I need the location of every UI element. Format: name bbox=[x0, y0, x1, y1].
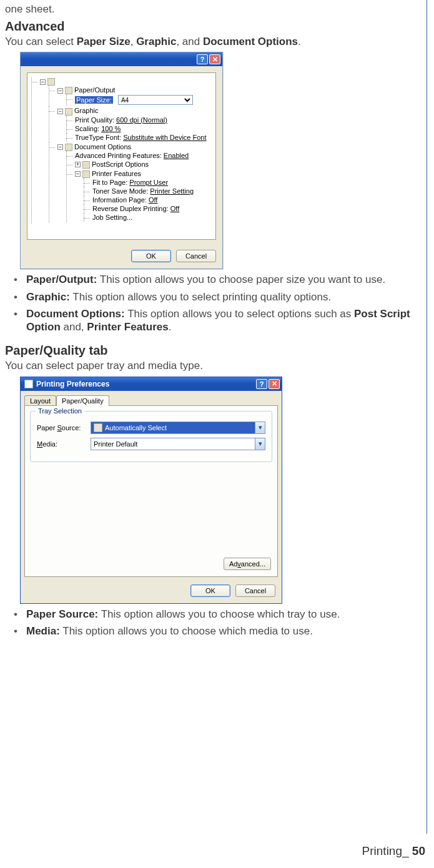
value: Substitute with Device Font bbox=[123, 134, 206, 141]
list-item: Document Options: This option allows you… bbox=[10, 307, 422, 334]
list-item: Graphic: This option allows you to selec… bbox=[10, 290, 422, 303]
tree-paper-size-row[interactable]: Paper Size: A4 bbox=[75, 95, 213, 105]
text: You can select bbox=[5, 36, 77, 47]
expand-icon[interactable]: + bbox=[75, 162, 81, 167]
advanced-options-dialog: ? ✕ − −Paper/Output Pa bbox=[20, 52, 223, 269]
advanced-button[interactable]: Advanced... bbox=[224, 558, 271, 570]
label: Reverse Duplex Printing: bbox=[92, 205, 170, 212]
page-number: 50 bbox=[409, 844, 425, 857]
text-bold: Graphic bbox=[136, 36, 176, 47]
tree-apf[interactable]: Advanced Printing Features: Enabled bbox=[66, 151, 213, 160]
paper-size-select[interactable]: A4 bbox=[118, 95, 193, 105]
value: Off bbox=[170, 205, 179, 212]
collapse-icon[interactable]: − bbox=[75, 171, 81, 177]
tree-panel: − −Paper/Output Paper Size: A4 bbox=[27, 72, 216, 240]
advanced-intro: You can select Paper Size, Graphic, and … bbox=[5, 35, 422, 48]
term: Paper Source: bbox=[26, 608, 98, 620]
ps-icon bbox=[47, 78, 55, 86]
ok-button[interactable]: OK bbox=[190, 584, 230, 597]
close-button[interactable]: ✕ bbox=[209, 54, 220, 64]
list-item: Paper Source: This option allows you to … bbox=[10, 608, 422, 621]
tab-paper-quality[interactable]: Paper/Quality bbox=[56, 395, 109, 406]
group-legend: Tray Selection bbox=[36, 407, 84, 415]
collapse-icon[interactable]: − bbox=[40, 79, 46, 85]
tree-print-quality[interactable]: Print Quality: 600 dpi (Normal) bbox=[66, 116, 213, 124]
label: Advanced Printing Features: bbox=[75, 152, 164, 159]
tree-document-options[interactable]: Document Options bbox=[74, 143, 131, 150]
tree-info-page[interactable]: Information Page: Off bbox=[84, 195, 213, 204]
printer-icon bbox=[24, 380, 33, 388]
text-bold: Document Options bbox=[203, 36, 298, 47]
button-row: OK Cancel bbox=[21, 581, 282, 603]
titlebar: Printing Preferences ? ✕ bbox=[21, 377, 282, 391]
tray-selection-group: Tray Selection Paper Source: Automatical… bbox=[30, 411, 272, 462]
tree-graphic[interactable]: Graphic bbox=[74, 107, 99, 114]
printing-preferences-dialog: Printing Preferences ? ✕ Layout Paper/Qu… bbox=[20, 377, 282, 604]
tree-truetype[interactable]: TrueType Font: Substitute with Device Fo… bbox=[66, 133, 213, 142]
tree-job-setting[interactable]: Job Setting... bbox=[84, 213, 213, 222]
term: Printer Features bbox=[87, 321, 168, 333]
desc: . bbox=[169, 321, 172, 333]
media-combo[interactable]: Printer Default ▾ bbox=[91, 438, 265, 450]
tab-layout[interactable]: Layout bbox=[24, 395, 56, 406]
tree-fit-to-page[interactable]: Fit to Page: Prompt User bbox=[84, 178, 213, 187]
collapse-icon[interactable]: − bbox=[57, 109, 63, 114]
value: Printer Setting bbox=[150, 187, 194, 195]
tree-scaling[interactable]: Scaling: 100 % bbox=[66, 124, 213, 133]
tree-ps-options[interactable]: +PostScript Options bbox=[66, 160, 213, 169]
tab-body: Tray Selection Paper Source: Automatical… bbox=[24, 405, 278, 577]
collapse-icon[interactable]: − bbox=[57, 88, 63, 94]
cancel-button[interactable]: Cancel bbox=[235, 584, 275, 597]
help-button[interactable]: ? bbox=[197, 54, 208, 64]
cancel-button[interactable]: Cancel bbox=[176, 250, 216, 262]
label: Toner Save Mode: bbox=[92, 187, 150, 195]
help-button[interactable]: ? bbox=[256, 379, 267, 389]
section-name: Printing_ bbox=[362, 844, 409, 857]
label: TrueType Font: bbox=[75, 134, 123, 141]
label: Information Page: bbox=[92, 196, 149, 204]
pq-intro: You can select paper tray and media type… bbox=[5, 359, 422, 372]
term: Document Options: bbox=[26, 308, 125, 320]
text: . bbox=[298, 36, 301, 47]
folder-icon bbox=[82, 161, 90, 169]
paper-source-combo[interactable]: Automatically Select ▾ bbox=[91, 422, 265, 434]
term: Paper/Output: bbox=[26, 274, 97, 285]
window-title: Printing Preferences bbox=[24, 380, 109, 388]
value: 100 % bbox=[101, 125, 121, 132]
value: Off bbox=[149, 196, 157, 204]
tree-printer-features[interactable]: Printer Features bbox=[92, 170, 141, 177]
desc: This option allows you to select options… bbox=[125, 308, 354, 320]
tree-reverse-duplex[interactable]: Reverse Duplex Printing: Off bbox=[84, 204, 213, 213]
tray-icon bbox=[94, 423, 102, 432]
value: Enabled bbox=[164, 152, 189, 159]
title-text: Printing Preferences bbox=[36, 380, 109, 388]
desc: This option allows you to choose which t… bbox=[98, 608, 340, 620]
term: Graphic: bbox=[26, 291, 70, 303]
button-row: OK Cancel bbox=[21, 246, 222, 269]
heading-advanced: Advanced bbox=[5, 19, 422, 34]
pq-bullets: Paper Source: This option allows you to … bbox=[5, 608, 422, 638]
ok-button[interactable]: OK bbox=[131, 250, 171, 262]
tree-paper-output[interactable]: Paper/Output bbox=[74, 86, 115, 94]
close-button[interactable]: ✕ bbox=[269, 379, 280, 389]
folder-icon bbox=[65, 108, 72, 116]
label: Job Setting... bbox=[92, 214, 132, 221]
options-tree[interactable]: − −Paper/Output Paper Size: A4 bbox=[30, 77, 213, 224]
label: Fit to Page: bbox=[92, 179, 129, 186]
paper-size-label: Paper Size: bbox=[75, 96, 113, 104]
list-item: Paper/Output: This option allows you to … bbox=[10, 273, 422, 286]
label: Print Quality: bbox=[75, 116, 116, 124]
tree-toner-save[interactable]: Toner Save Mode: Printer Setting bbox=[84, 187, 213, 195]
collapse-icon[interactable]: − bbox=[57, 144, 63, 150]
folder-icon bbox=[65, 87, 72, 94]
page-footer: Printing_ 50 bbox=[362, 844, 425, 858]
combo-value: Printer Default bbox=[94, 440, 137, 448]
list-item: Media: This option allows you to choose … bbox=[10, 624, 422, 638]
tab-strip: Layout Paper/Quality bbox=[21, 391, 282, 405]
desc: This option allows you to choose paper s… bbox=[97, 274, 385, 285]
heading-paper-quality: Paper/Quality tab bbox=[5, 343, 422, 358]
label: Scaling: bbox=[75, 125, 101, 132]
desc: This option allows you to select printin… bbox=[70, 291, 331, 303]
text: , bbox=[131, 36, 136, 47]
media-label: Media: bbox=[37, 440, 84, 448]
